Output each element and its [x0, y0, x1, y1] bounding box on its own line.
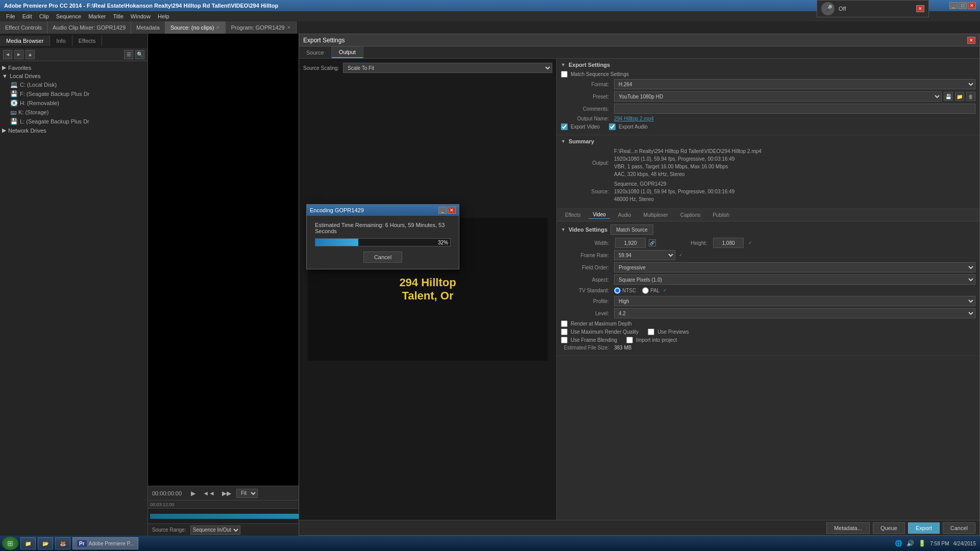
tab-source[interactable]: Source: (no clips) ✕ — [165, 21, 226, 34]
menu-file[interactable]: File — [3, 12, 18, 20]
taskbar-file-manager[interactable]: 📂 — [38, 537, 53, 549]
preset-folder-button[interactable]: 📁 — [955, 92, 964, 101]
export-video-checkbox[interactable] — [561, 123, 568, 130]
pal-radio[interactable] — [642, 287, 649, 294]
render-quality-row: Use Maximum Render Quality Use Previews — [561, 329, 975, 335]
framerate-check-icon[interactable]: ✓ — [677, 252, 684, 259]
export-preview-panel: Source Scaling: Scale To Fit 294 Hilltop… — [299, 59, 557, 520]
left-panel-tabs: Media Browser Info Effects — [0, 34, 148, 48]
tab-captions[interactable]: Captions — [676, 211, 704, 219]
minimize-button[interactable]: _ — [949, 2, 958, 9]
maximize-button[interactable]: □ — [959, 2, 967, 9]
summary-header[interactable]: ▼ Summary — [561, 138, 975, 144]
use-previews-checkbox[interactable] — [648, 329, 654, 335]
menu-help[interactable]: Help — [155, 12, 173, 20]
search-button[interactable]: 🔍 — [135, 50, 144, 59]
profile-select[interactable]: High — [614, 296, 975, 306]
max-render-quality-checkbox[interactable] — [561, 329, 568, 335]
export-audio-checkbox[interactable] — [609, 123, 616, 130]
preset-row: Preset: YouTube 1080p HD 💾 📁 🗑 — [561, 91, 975, 102]
format-select[interactable]: H.264 — [614, 79, 975, 89]
tvstandard-check-icon[interactable]: ✓ — [662, 287, 669, 294]
output-name-link[interactable]: 294 Hilltop 2.mp4 — [614, 116, 975, 121]
close-button[interactable]: ✕ — [968, 2, 976, 9]
wh-check-icon[interactable]: ✓ — [747, 239, 754, 246]
level-select[interactable]: 4.2 — [614, 308, 975, 318]
taskbar-firefox[interactable]: 🦊 — [55, 537, 70, 549]
tab-effects[interactable]: Effects — [72, 36, 102, 46]
tab-export-source[interactable]: Source — [299, 46, 332, 58]
favorites-section[interactable]: ▶ Favorites — [0, 63, 148, 72]
aspect-select[interactable]: Square Pixels (1.0) — [614, 274, 975, 285]
drive-f[interactable]: 💾 F: (Seagate Backup Plus Dr — [0, 89, 148, 98]
taskbar-premiere[interactable]: Pr Adobe Premiere P... — [72, 537, 138, 549]
render-max-depth-checkbox[interactable] — [561, 320, 568, 327]
tab-metadata[interactable]: Metadata — [131, 21, 165, 34]
source-scaling-select[interactable]: Scale To Fit — [343, 63, 552, 73]
tab-export-output[interactable]: Output — [332, 46, 363, 58]
ntsc-radio[interactable] — [614, 287, 621, 294]
import-project-checkbox[interactable] — [626, 337, 633, 343]
network-drives-section[interactable]: ▶ Network Drives — [0, 126, 148, 135]
export-settings-container: Export Settings ✕ Source Output Source S… — [148, 34, 980, 536]
cancel-button[interactable]: Cancel — [943, 522, 975, 534]
width-input[interactable] — [615, 238, 646, 248]
tab-audio[interactable]: Audio — [614, 211, 635, 219]
tab-info[interactable]: Info — [50, 36, 72, 46]
tab-publish[interactable]: Publish — [708, 211, 733, 219]
tab-multiplexer[interactable]: Multiplexer — [639, 211, 672, 219]
menu-clip[interactable]: Clip — [36, 12, 52, 20]
link-wh-icon[interactable]: 🔗 — [649, 239, 656, 246]
queue-button[interactable]: Queue — [873, 522, 905, 534]
taskbar-file-explorer[interactable]: 📁 — [20, 537, 36, 549]
export-close-button[interactable]: ✕ — [967, 37, 975, 44]
match-sequence-checkbox[interactable] — [561, 71, 568, 78]
preset-save-button[interactable]: 💾 — [944, 92, 953, 101]
tv-standard-row: TV Standard: NTSC PAL ✓ — [561, 287, 975, 294]
tab-effect-controls[interactable]: Effect Controls — [0, 21, 47, 34]
nav-back-button[interactable]: ◄ — [3, 50, 12, 59]
comments-input[interactable] — [614, 104, 975, 114]
mic-icon[interactable]: 🎤 — [821, 2, 835, 15]
drive-h[interactable]: 💽 H: (Removable) — [0, 98, 148, 108]
start-button[interactable]: ⊞ — [2, 537, 18, 550]
metadata-button[interactable]: Metadata... — [826, 522, 870, 534]
encoding-minimize-button[interactable]: _ — [438, 207, 447, 214]
local-drives-section[interactable]: ▼ Local Drives — [0, 72, 148, 80]
match-source-button[interactable]: Match Source — [610, 224, 653, 235]
drive-l[interactable]: 💾 L: (Seagate Backup Plus Dr — [0, 117, 148, 126]
nav-forward-button[interactable]: ► — [14, 50, 23, 59]
title-bar-controls[interactable]: _ □ ✕ — [949, 2, 976, 9]
encoding-title-bar: Encoding GOPR1429 _ ✕ — [307, 205, 459, 216]
mic-close-button[interactable]: ✕ — [916, 5, 924, 12]
tab-program[interactable]: Program: GOPR1429 ✕ — [226, 21, 296, 34]
menu-window[interactable]: Window — [128, 12, 154, 20]
export-button[interactable]: Export — [908, 522, 940, 534]
tab-audio-clip-mixer[interactable]: Audio Clip Mixer: GOPR1429 — [47, 21, 131, 34]
frame-blending-checkbox[interactable] — [561, 337, 568, 343]
height-input[interactable] — [713, 238, 744, 248]
preset-delete-button[interactable]: 🗑 — [966, 92, 975, 101]
tab-video[interactable]: Video — [589, 211, 609, 219]
drive-k[interactable]: 🖴 K: (Storage) — [0, 108, 148, 117]
menu-sequence[interactable]: Sequence — [53, 12, 85, 20]
export-settings-header[interactable]: ▼ Export Settings — [561, 62, 975, 68]
menu-marker[interactable]: Marker — [85, 12, 109, 20]
video-settings-header[interactable]: ▼ Video Settings Match Source — [561, 224, 975, 235]
tab-effects[interactable]: Effects — [561, 211, 584, 219]
drive-c[interactable]: 💻 C: (Local Disk) — [0, 80, 148, 89]
field-order-select[interactable]: Progressive — [614, 262, 975, 272]
speaker-icon: 🔊 — [906, 540, 914, 547]
encoding-body: Estimated Time Remaining: 6 Hours, 59 Mi… — [307, 216, 459, 269]
encoding-close-button[interactable]: ✕ — [448, 207, 456, 214]
filter-button[interactable]: ☰ — [124, 50, 133, 59]
preset-select[interactable]: YouTube 1080p HD — [614, 91, 942, 102]
menu-title[interactable]: Title — [110, 12, 126, 20]
nav-up-button[interactable]: ▲ — [26, 50, 35, 59]
tab-media-browser[interactable]: Media Browser — [0, 36, 50, 46]
export-settings-section: ▼ Export Settings Match Sequence Setting… — [557, 59, 979, 135]
network-icon: 🌐 — [895, 540, 902, 547]
framerate-select[interactable]: 59.94 — [614, 250, 675, 260]
cancel-encoding-button[interactable]: Cancel — [363, 252, 402, 263]
menu-edit[interactable]: Edit — [19, 12, 35, 20]
